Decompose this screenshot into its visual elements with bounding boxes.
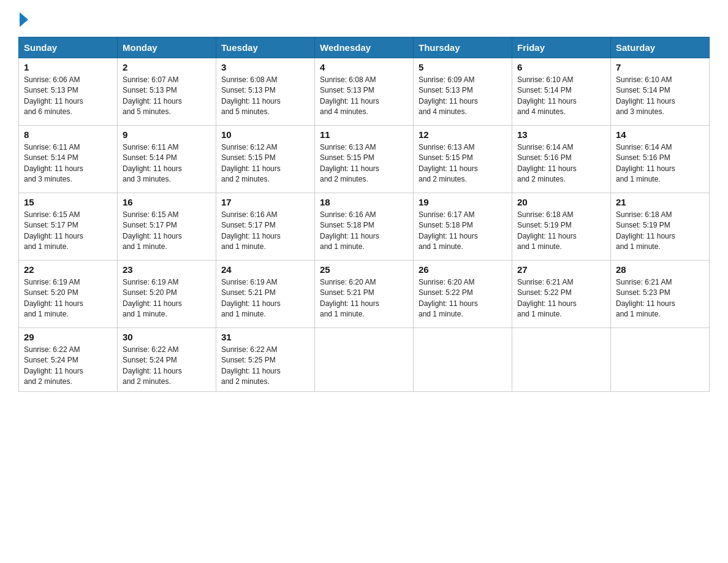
calendar-cell: 4 Sunrise: 6:08 AMSunset: 5:13 PMDayligh… [315, 58, 414, 126]
calendar-cell: 30 Sunrise: 6:22 AMSunset: 5:24 PMDaylig… [118, 328, 216, 392]
day-number: 22 [24, 264, 112, 275]
calendar-cell: 28 Sunrise: 6:21 AMSunset: 5:23 PMDaylig… [611, 261, 710, 328]
logo [18, 12, 28, 26]
day-number: 26 [419, 264, 507, 275]
calendar-week-row: 22 Sunrise: 6:19 AMSunset: 5:20 PMDaylig… [19, 261, 710, 328]
day-info: Sunrise: 6:07 AMSunset: 5:13 PMDaylight:… [123, 75, 211, 118]
day-number: 9 [123, 129, 211, 140]
day-number: 17 [221, 197, 309, 207]
day-number: 31 [221, 332, 309, 342]
day-info: Sunrise: 6:15 AMSunset: 5:17 PMDaylight:… [123, 210, 211, 253]
day-info: Sunrise: 6:08 AMSunset: 5:13 PMDaylight:… [221, 75, 309, 118]
day-info: Sunrise: 6:22 AMSunset: 5:24 PMDaylight:… [123, 345, 211, 388]
day-number: 1 [24, 62, 112, 72]
calendar-cell: 11 Sunrise: 6:13 AMSunset: 5:15 PMDaylig… [315, 126, 414, 193]
calendar-cell: 19 Sunrise: 6:17 AMSunset: 5:18 PMDaylig… [414, 193, 512, 261]
day-info: Sunrise: 6:21 AMSunset: 5:23 PMDaylight:… [616, 277, 704, 320]
day-number: 3 [221, 62, 309, 72]
calendar-cell: 23 Sunrise: 6:19 AMSunset: 5:20 PMDaylig… [118, 261, 216, 328]
calendar-cell: 18 Sunrise: 6:16 AMSunset: 5:18 PMDaylig… [315, 193, 414, 261]
day-number: 15 [24, 197, 112, 207]
calendar-cell: 16 Sunrise: 6:15 AMSunset: 5:17 PMDaylig… [118, 193, 216, 261]
day-info: Sunrise: 6:13 AMSunset: 5:15 PMDaylight:… [320, 142, 408, 185]
day-info: Sunrise: 6:19 AMSunset: 5:20 PMDaylight:… [123, 277, 211, 320]
column-header-thursday: Thursday [414, 37, 512, 58]
calendar-week-row: 8 Sunrise: 6:11 AMSunset: 5:14 PMDayligh… [19, 126, 710, 193]
calendar-cell: 31 Sunrise: 6:22 AMSunset: 5:25 PMDaylig… [216, 328, 315, 392]
calendar-cell: 2 Sunrise: 6:07 AMSunset: 5:13 PMDayligh… [118, 58, 216, 126]
calendar-cell: 29 Sunrise: 6:22 AMSunset: 5:24 PMDaylig… [19, 328, 118, 392]
day-info: Sunrise: 6:22 AMSunset: 5:25 PMDaylight:… [221, 345, 309, 388]
calendar-cell [414, 328, 512, 392]
calendar-cell: 27 Sunrise: 6:21 AMSunset: 5:22 PMDaylig… [512, 261, 611, 328]
day-number: 2 [123, 62, 211, 72]
day-number: 19 [419, 197, 507, 207]
day-number: 25 [320, 264, 408, 275]
day-info: Sunrise: 6:13 AMSunset: 5:15 PMDaylight:… [419, 142, 507, 185]
day-number: 13 [517, 129, 605, 140]
day-info: Sunrise: 6:16 AMSunset: 5:17 PMDaylight:… [221, 210, 309, 253]
calendar-week-row: 1 Sunrise: 6:06 AMSunset: 5:13 PMDayligh… [19, 58, 710, 126]
calendar-cell: 8 Sunrise: 6:11 AMSunset: 5:14 PMDayligh… [19, 126, 118, 193]
day-info: Sunrise: 6:22 AMSunset: 5:24 PMDaylight:… [24, 345, 112, 388]
day-number: 30 [123, 332, 211, 342]
day-info: Sunrise: 6:06 AMSunset: 5:13 PMDaylight:… [24, 75, 112, 118]
calendar-week-row: 15 Sunrise: 6:15 AMSunset: 5:17 PMDaylig… [19, 193, 710, 261]
calendar-cell: 5 Sunrise: 6:09 AMSunset: 5:13 PMDayligh… [414, 58, 512, 126]
day-number: 4 [320, 62, 408, 72]
calendar-cell: 12 Sunrise: 6:13 AMSunset: 5:15 PMDaylig… [414, 126, 512, 193]
day-info: Sunrise: 6:19 AMSunset: 5:21 PMDaylight:… [221, 277, 309, 320]
day-info: Sunrise: 6:10 AMSunset: 5:14 PMDaylight:… [517, 75, 605, 118]
calendar-header-row: SundayMondayTuesdayWednesdayThursdayFrid… [19, 37, 710, 58]
calendar-cell: 21 Sunrise: 6:18 AMSunset: 5:19 PMDaylig… [611, 193, 710, 261]
calendar-cell: 9 Sunrise: 6:11 AMSunset: 5:14 PMDayligh… [118, 126, 216, 193]
calendar-cell [315, 328, 414, 392]
day-info: Sunrise: 6:10 AMSunset: 5:14 PMDaylight:… [616, 75, 704, 118]
day-number: 11 [320, 129, 408, 140]
day-info: Sunrise: 6:21 AMSunset: 5:22 PMDaylight:… [517, 277, 605, 320]
day-number: 18 [320, 197, 408, 207]
day-info: Sunrise: 6:14 AMSunset: 5:16 PMDaylight:… [616, 142, 704, 185]
day-number: 5 [419, 62, 507, 72]
day-number: 6 [517, 62, 605, 72]
day-number: 23 [123, 264, 211, 275]
calendar-cell: 14 Sunrise: 6:14 AMSunset: 5:16 PMDaylig… [611, 126, 710, 193]
day-number: 10 [221, 129, 309, 140]
day-info: Sunrise: 6:08 AMSunset: 5:13 PMDaylight:… [320, 75, 408, 118]
column-header-monday: Monday [118, 37, 216, 58]
day-number: 16 [123, 197, 211, 207]
day-number: 8 [24, 129, 112, 140]
calendar-cell: 3 Sunrise: 6:08 AMSunset: 5:13 PMDayligh… [216, 58, 315, 126]
calendar-cell: 6 Sunrise: 6:10 AMSunset: 5:14 PMDayligh… [512, 58, 611, 126]
day-number: 21 [616, 197, 704, 207]
calendar-week-row: 29 Sunrise: 6:22 AMSunset: 5:24 PMDaylig… [19, 328, 710, 392]
day-info: Sunrise: 6:15 AMSunset: 5:17 PMDaylight:… [24, 210, 112, 253]
day-number: 27 [517, 264, 605, 275]
day-info: Sunrise: 6:16 AMSunset: 5:18 PMDaylight:… [320, 210, 408, 253]
column-header-friday: Friday [512, 37, 611, 58]
column-header-wednesday: Wednesday [315, 37, 414, 58]
calendar-cell: 13 Sunrise: 6:14 AMSunset: 5:16 PMDaylig… [512, 126, 611, 193]
calendar-cell: 20 Sunrise: 6:18 AMSunset: 5:19 PMDaylig… [512, 193, 611, 261]
day-number: 14 [616, 129, 704, 140]
day-number: 29 [24, 332, 112, 342]
day-number: 24 [221, 264, 309, 275]
day-info: Sunrise: 6:09 AMSunset: 5:13 PMDaylight:… [419, 75, 507, 118]
day-info: Sunrise: 6:12 AMSunset: 5:15 PMDaylight:… [221, 142, 309, 185]
day-info: Sunrise: 6:17 AMSunset: 5:18 PMDaylight:… [419, 210, 507, 253]
calendar-cell: 10 Sunrise: 6:12 AMSunset: 5:15 PMDaylig… [216, 126, 315, 193]
column-header-saturday: Saturday [611, 37, 710, 58]
column-header-tuesday: Tuesday [216, 37, 315, 58]
calendar-cell [611, 328, 710, 392]
calendar-cell: 7 Sunrise: 6:10 AMSunset: 5:14 PMDayligh… [611, 58, 710, 126]
day-number: 20 [517, 197, 605, 207]
day-info: Sunrise: 6:11 AMSunset: 5:14 PMDaylight:… [123, 142, 211, 185]
calendar-table: SundayMondayTuesdayWednesdayThursdayFrid… [18, 37, 710, 392]
day-number: 7 [616, 62, 704, 72]
calendar-cell: 22 Sunrise: 6:19 AMSunset: 5:20 PMDaylig… [19, 261, 118, 328]
calendar-cell: 17 Sunrise: 6:16 AMSunset: 5:17 PMDaylig… [216, 193, 315, 261]
day-number: 28 [616, 264, 704, 275]
calendar-cell: 15 Sunrise: 6:15 AMSunset: 5:17 PMDaylig… [19, 193, 118, 261]
calendar-cell: 26 Sunrise: 6:20 AMSunset: 5:22 PMDaylig… [414, 261, 512, 328]
day-info: Sunrise: 6:20 AMSunset: 5:22 PMDaylight:… [419, 277, 507, 320]
